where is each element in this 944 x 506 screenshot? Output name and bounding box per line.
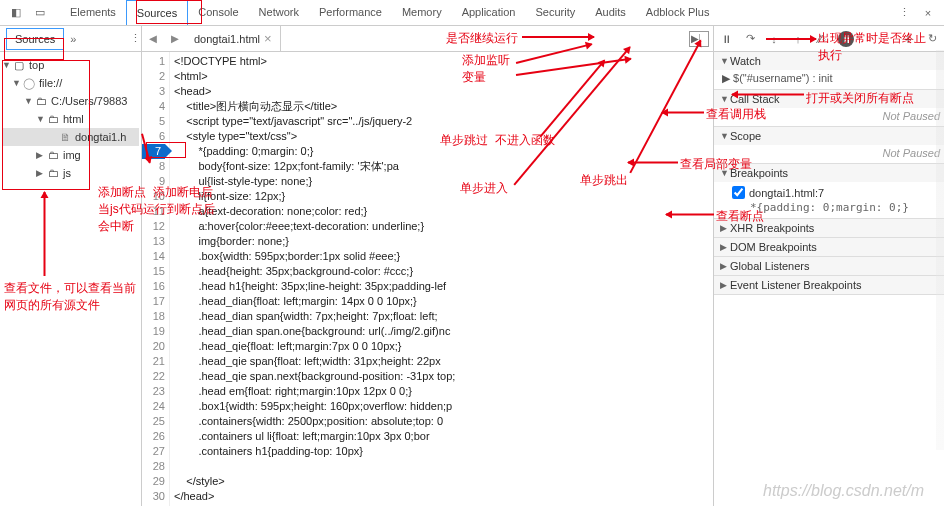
line-gutter[interactable]: 1234567891011121314151617181920212223242… — [142, 52, 170, 506]
close-icon[interactable]: × — [918, 3, 938, 23]
debugger-panel: ⏸ ↷ ↓ ↑ ⁄⁄◦ ⏸ + ↻ ▼Watch ▶ $("#username"… — [714, 26, 944, 506]
file-tree: ▼▢top ▼◯file:// ▼🗀C:/Users/79883 ▼🗀html … — [0, 52, 141, 186]
editor-panel: ◄ ► dongtai1.html × ▶⎸ 12345678910111213… — [142, 26, 714, 506]
tree-html-label: html — [63, 110, 84, 128]
breakpoints-header[interactable]: ▼Breakpoints — [714, 164, 944, 182]
callstack-panel: ▼Call Stack Not Paused — [714, 90, 944, 127]
panel-tabs: Elements Sources Console Network Perform… — [60, 0, 892, 25]
event-bp-title: Event Listener Breakpoints — [730, 279, 861, 291]
breakpoints-title: Breakpoints — [730, 167, 788, 179]
tab-adblock[interactable]: Adblock Plus — [636, 0, 720, 25]
file-tab[interactable]: dongtai1.html × — [186, 26, 281, 51]
tab-performance[interactable]: Performance — [309, 0, 392, 25]
tab-application[interactable]: Application — [452, 0, 526, 25]
nav-fwd-icon[interactable]: ► — [164, 31, 186, 46]
tab-elements[interactable]: Elements — [60, 0, 126, 25]
toggle-debugger-icon[interactable]: ▶⎸ — [689, 31, 709, 47]
code-area: 1234567891011121314151617181920212223242… — [142, 52, 713, 506]
watch-panel: ▼Watch ▶ $("#username") : init — [714, 52, 944, 90]
xhr-bp-panel: ▶XHR Breakpoints — [714, 219, 944, 238]
tree-path-label: C:/Users/79883 — [51, 92, 127, 110]
file-tabs: ◄ ► dongtai1.html × ▶⎸ — [142, 26, 713, 52]
breakpoint-code: *{padding: 0;margin: 0;} — [732, 201, 940, 214]
watch-item-text: $("#username") : init — [733, 72, 833, 84]
tree-top-label: top — [29, 56, 44, 74]
breakpoints-panel: ▼Breakpoints dongtai1.html:7 *{padding: … — [714, 164, 944, 219]
tab-memory[interactable]: Memory — [392, 0, 452, 25]
code-content[interactable]: <!DOCTYPE html><html><head> <title>图片横向动… — [170, 52, 713, 506]
global-listeners-header[interactable]: ▶Global Listeners — [714, 257, 944, 275]
more-icon[interactable]: ⋮ — [894, 3, 914, 23]
tree-top[interactable]: ▼▢top — [2, 56, 139, 74]
sidebar-menu-icon[interactable]: ⋮ — [130, 32, 141, 45]
dom-bp-header[interactable]: ▶DOM Breakpoints — [714, 238, 944, 256]
sidebar-tab-sources[interactable]: Sources — [6, 28, 64, 50]
dom-bp-panel: ▶DOM Breakpoints — [714, 238, 944, 257]
global-listeners-panel: ▶Global Listeners — [714, 257, 944, 276]
event-bp-header[interactable]: ▶Event Listener Breakpoints — [714, 276, 944, 294]
dom-bp-title: DOM Breakpoints — [730, 241, 817, 253]
callstack-title: Call Stack — [730, 93, 780, 105]
deactivate-bp-icon[interactable]: ⁄⁄◦ — [814, 31, 830, 47]
tab-network[interactable]: Network — [249, 0, 309, 25]
tree-img-label: img — [63, 146, 81, 164]
event-bp-panel: ▶Event Listener Breakpoints — [714, 276, 944, 295]
tree-js-label: js — [63, 164, 71, 182]
sidebar-tabs: Sources » ⋮ — [0, 26, 141, 52]
tab-audits[interactable]: Audits — [585, 0, 636, 25]
breakpoint-checkbox[interactable] — [732, 186, 745, 199]
callstack-status: Not Paused — [883, 110, 940, 122]
scope-panel: ▼Scope Not Paused — [714, 127, 944, 164]
step-out-icon[interactable]: ↑ — [790, 31, 806, 47]
tree-folder-html[interactable]: ▼🗀html — [2, 110, 139, 128]
tree-file-selected[interactable]: 🗎dongtai1.h — [2, 128, 139, 146]
pause-exceptions-icon[interactable]: ⏸ — [838, 31, 854, 47]
xhr-bp-title: XHR Breakpoints — [730, 222, 814, 234]
breakpoint-item[interactable]: dongtai1.html:7 — [732, 184, 940, 201]
nav-back-icon[interactable]: ◄ — [142, 31, 164, 46]
devtools-topbar: ◧ ▭ Elements Sources Console Network Per… — [0, 0, 944, 26]
xhr-bp-header[interactable]: ▶XHR Breakpoints — [714, 219, 944, 237]
refresh-watch-icon[interactable]: ↻ — [924, 31, 940, 47]
step-into-icon[interactable]: ↓ — [766, 31, 782, 47]
scope-header[interactable]: ▼Scope — [714, 127, 944, 145]
tab-sources[interactable]: Sources — [126, 0, 188, 25]
file-tab-close-icon[interactable]: × — [264, 31, 272, 46]
breakpoint-label: dongtai1.html:7 — [749, 187, 824, 199]
tree-folder-js[interactable]: ▶🗀js — [2, 164, 139, 182]
debugger-toolbar: ⏸ ↷ ↓ ↑ ⁄⁄◦ ⏸ + ↻ — [714, 26, 944, 52]
tab-console[interactable]: Console — [188, 0, 248, 25]
tree-origin[interactable]: ▼◯file:// — [2, 74, 139, 92]
step-over-icon[interactable]: ↷ — [742, 31, 758, 47]
file-tab-label: dongtai1.html — [194, 33, 260, 45]
sidebar: Sources » ⋮ ▼▢top ▼◯file:// ▼🗀C:/Users/7… — [0, 26, 142, 506]
watch-item[interactable]: ▶ $("#username") : init — [714, 70, 944, 89]
inspect-icon[interactable]: ◧ — [6, 3, 26, 23]
watch-header[interactable]: ▼Watch — [714, 52, 944, 70]
tree-file-label: dongtai1.h — [75, 128, 126, 146]
tree-folder-img[interactable]: ▶🗀img — [2, 146, 139, 164]
scope-title: Scope — [730, 130, 761, 142]
scope-status: Not Paused — [883, 147, 940, 159]
sidebar-more-icon[interactable]: » — [70, 33, 76, 45]
add-watch-icon[interactable]: + — [900, 31, 916, 47]
pause-resume-icon[interactable]: ⏸ — [718, 31, 734, 47]
scrollbar[interactable] — [936, 50, 944, 450]
watch-title: Watch — [730, 55, 761, 67]
tree-path[interactable]: ▼🗀C:/Users/79883 — [2, 92, 139, 110]
tab-security[interactable]: Security — [525, 0, 585, 25]
main-area: Sources » ⋮ ▼▢top ▼◯file:// ▼🗀C:/Users/7… — [0, 26, 944, 506]
global-listeners-title: Global Listeners — [730, 260, 810, 272]
callstack-header[interactable]: ▼Call Stack — [714, 90, 944, 108]
device-icon[interactable]: ▭ — [30, 3, 50, 23]
tree-origin-label: file:// — [39, 74, 62, 92]
